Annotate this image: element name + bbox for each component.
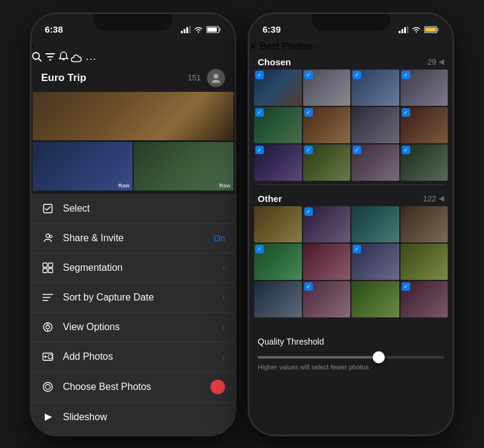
menu-item-segmentation[interactable]: Segmentation › — [31, 253, 235, 283]
signal-icon-right — [399, 26, 408, 33]
quality-section: Quality Threshold Higher values will sel… — [249, 327, 453, 375]
other-thumb-1[interactable] — [254, 206, 302, 242]
segmentation-label: Segmentation — [63, 262, 214, 273]
share-label: Share & Invite — [63, 233, 205, 244]
other-thumb-9[interactable] — [254, 281, 302, 317]
other-chevron[interactable]: ◀ — [439, 194, 444, 203]
left-phone: 6:38 — [30, 13, 236, 436]
svg-rect-35 — [407, 26, 409, 33]
raw-label-left: Raw — [118, 183, 129, 189]
back-button[interactable]: ‹ — [31, 41, 34, 51]
thumb-9[interactable] — [254, 144, 302, 181]
other-grid-container — [249, 206, 453, 321]
filter-icon[interactable] — [45, 54, 58, 64]
album-count: 151 — [188, 73, 201, 82]
thumb-8[interactable] — [401, 107, 448, 143]
more-icon[interactable]: ··· — [86, 53, 97, 65]
segmentation-chevron: › — [222, 263, 225, 273]
thumb-3[interactable] — [352, 70, 399, 106]
other-header: Other 122 ◀ — [249, 189, 453, 206]
add-label: Add Photos — [63, 351, 214, 362]
chosen-header: Chosen 29 ◀ — [249, 52, 453, 70]
svg-rect-0 — [181, 31, 183, 33]
more-button-right[interactable]: ··· — [315, 41, 322, 51]
best-icon — [41, 380, 54, 394]
quality-title: Quality Threshold — [258, 337, 444, 346]
other-thumb-12[interactable] — [401, 281, 448, 317]
chosen-chevron[interactable]: ◀ — [439, 57, 444, 66]
menu-item-select[interactable]: Select — [31, 194, 235, 224]
thumb-7[interactable] — [352, 107, 399, 143]
other-thumb-4[interactable] — [401, 206, 448, 242]
wifi-icon — [194, 26, 203, 33]
svg-rect-13 — [43, 263, 47, 267]
nav-bar-left: ‹ ··· — [31, 41, 235, 65]
cloud-icon[interactable] — [71, 54, 85, 64]
svg-rect-33 — [402, 29, 404, 33]
svg-rect-16 — [48, 268, 53, 273]
photo-grid: Raw Raw — [33, 92, 234, 192]
menu-item-add[interactable]: Add Photos › — [31, 342, 235, 372]
slideshow-label: Slideshow — [63, 412, 225, 423]
quality-slider[interactable] — [258, 356, 444, 359]
view-label: View Options — [63, 322, 214, 333]
svg-point-25 — [48, 354, 53, 359]
search-icon[interactable] — [31, 54, 45, 64]
thumb-10[interactable] — [303, 144, 351, 181]
select-label: Select — [63, 203, 225, 214]
other-thumb-10[interactable] — [303, 281, 351, 317]
raw-label-right: Raw — [219, 183, 231, 189]
best-dot — [211, 380, 225, 394]
thumb-4[interactable] — [401, 70, 448, 106]
svg-point-11 — [46, 234, 50, 238]
share-icon — [41, 232, 54, 245]
svg-point-21 — [46, 325, 50, 329]
other-thumb-7[interactable] — [352, 244, 399, 280]
svg-marker-30 — [45, 414, 52, 421]
svg-rect-1 — [184, 29, 186, 33]
svg-rect-6 — [208, 27, 217, 31]
other-thumb-2[interactable] — [303, 206, 351, 242]
other-thumb-6[interactable] — [303, 244, 351, 280]
photo-bottom-left: Raw — [33, 142, 132, 190]
other-thumb-11[interactable] — [352, 281, 399, 317]
thumb-1[interactable] — [254, 70, 302, 106]
menu-overlay: Select Share & Invite On Segmentation › — [31, 194, 235, 435]
svg-rect-14 — [48, 263, 53, 267]
chosen-thumb-grid — [254, 70, 448, 181]
avatar — [207, 69, 225, 87]
top-bar-right: ✕ Best Photos ··· — [249, 41, 453, 52]
menu-item-sort[interactable]: Sort by Capture Date › — [31, 283, 235, 313]
svg-point-28 — [44, 382, 53, 391]
menu-item-view[interactable]: View Options › — [31, 313, 235, 342]
thumb-5[interactable] — [254, 107, 302, 143]
section-divider — [258, 184, 444, 185]
status-time-left: 6:38 — [45, 24, 63, 34]
thumb-2[interactable] — [303, 70, 351, 106]
menu-item-settings[interactable]: Settings — [31, 432, 235, 435]
album-title: Euro Trip — [41, 72, 182, 84]
slider-thumb[interactable] — [373, 351, 385, 363]
right-phone: 6:39 — [248, 13, 454, 436]
slider-fill — [258, 356, 379, 359]
bell-icon[interactable] — [59, 54, 71, 64]
close-button[interactable]: ✕ — [249, 41, 257, 51]
other-thumb-5[interactable] — [254, 244, 302, 280]
add-chevron: › — [222, 352, 225, 362]
view-icon — [41, 320, 54, 334]
select-icon — [41, 202, 54, 215]
menu-item-slideshow[interactable]: Slideshow — [31, 403, 235, 432]
battery-icon-right — [424, 26, 439, 33]
thumb-12[interactable] — [401, 144, 448, 181]
best-label: Choose Best Photos — [63, 381, 202, 392]
other-thumb-3[interactable] — [352, 206, 399, 242]
menu-item-share[interactable]: Share & Invite On — [31, 224, 235, 253]
thumb-6[interactable] — [303, 107, 351, 143]
segmentation-icon — [41, 261, 54, 274]
other-title: Other — [258, 193, 423, 204]
thumb-11[interactable] — [352, 144, 399, 181]
notch — [94, 14, 172, 31]
svg-point-9 — [214, 74, 218, 79]
other-thumb-8[interactable] — [401, 244, 448, 280]
menu-item-best[interactable]: Choose Best Photos — [31, 372, 235, 403]
